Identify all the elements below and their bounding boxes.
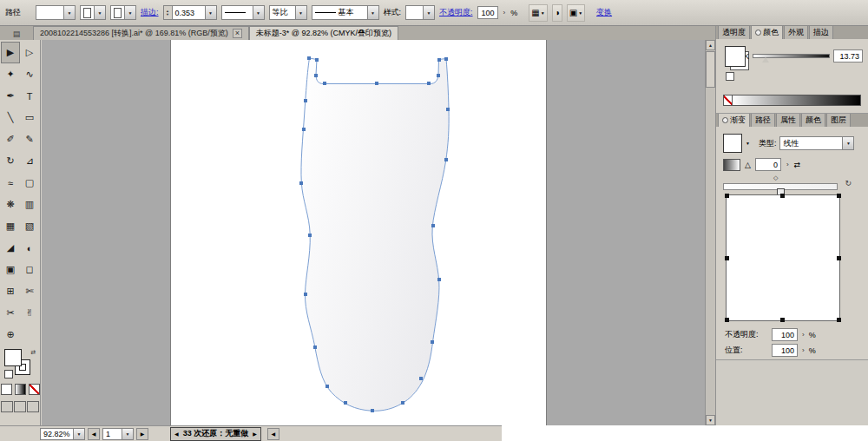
opacity-step-icon[interactable]: ›	[503, 9, 507, 16]
line-segment-tool[interactable]: ╲	[1, 107, 20, 128]
fill-swatch-button[interactable]: ▼	[80, 5, 106, 20]
preview-handle[interactable]	[837, 256, 841, 260]
none-swatch[interactable]	[723, 95, 733, 106]
anchor-point[interactable]	[323, 82, 326, 85]
tab-color[interactable]: 颜色	[751, 25, 783, 39]
graphic-style-combo[interactable]: ▼	[405, 5, 435, 20]
prev-icon[interactable]: ◀	[174, 431, 179, 437]
vector-path[interactable]	[301, 58, 449, 411]
scroll-down-icon[interactable]: ▼	[706, 415, 715, 425]
chevron-down-icon[interactable]: ▼	[295, 6, 306, 19]
tab-transparency[interactable]: 透明度	[718, 25, 750, 39]
chevron-down-icon[interactable]: ▼	[63, 6, 75, 19]
chevron-down-icon[interactable]: ▼	[94, 6, 105, 19]
chevron-down-icon[interactable]: ▼	[122, 429, 133, 439]
chevron-down-icon[interactable]: ▼	[423, 6, 434, 19]
stroke-weight-input[interactable]: ▲▼ 0.353 ▼	[163, 5, 217, 20]
hand-tool[interactable]: ✌	[20, 302, 39, 324]
pen-tool[interactable]: ✒	[1, 85, 20, 107]
stroke-swatch-button[interactable]: ▼	[110, 5, 136, 20]
slice-tool[interactable]: ✄	[20, 280, 39, 302]
recolor-artwork-button[interactable]: ▦ ▼	[529, 4, 547, 22]
selection-tool[interactable]: ▶	[1, 42, 20, 63]
scroll-left-icon[interactable]: ◀	[267, 428, 279, 440]
next-icon[interactable]: ▶	[253, 431, 257, 437]
tab-color-2[interactable]: 颜色	[801, 113, 825, 127]
anchor-point[interactable]	[304, 99, 307, 102]
anchor-point[interactable]	[371, 409, 374, 412]
paintbrush-tool[interactable]: ✐	[1, 128, 20, 150]
anchor-point[interactable]	[344, 401, 347, 405]
gradient-slider[interactable]: ◇ ↻	[723, 177, 852, 191]
live-paint-selection-tool[interactable]: ◻	[20, 259, 39, 280]
anchor-point[interactable]	[313, 346, 317, 349]
screen-mode-menubar-button[interactable]	[14, 401, 26, 412]
blend-tool[interactable]: ◐	[20, 237, 39, 259]
anchor-point[interactable]	[315, 58, 319, 62]
swap-fill-stroke-icon[interactable]: ⇄	[30, 349, 36, 356]
document-tab-1[interactable]: 2008102214553286 [转换].ai* @ 169.81% (RGB…	[33, 26, 249, 40]
preview-handle[interactable]	[725, 318, 729, 322]
stroke-weight-spinner[interactable]: ▲▼	[164, 6, 173, 19]
chevron-down-icon[interactable]: ▼	[367, 6, 378, 19]
anchor-point[interactable]	[304, 293, 307, 296]
k-slider-handle[interactable]	[762, 57, 769, 63]
position-step-icon[interactable]: ›	[801, 346, 806, 354]
tab-stroke[interactable]: 描边	[809, 25, 833, 39]
gradient-midpoint-icon[interactable]: ◇	[773, 174, 778, 181]
grayscale-ramp[interactable]	[733, 95, 861, 106]
chevron-down-icon[interactable]: ▼	[253, 6, 264, 19]
previous-page-button[interactable]: ◀	[88, 428, 100, 440]
mini-swatch[interactable]	[726, 72, 734, 81]
warp-tool[interactable]: ≈	[1, 172, 20, 194]
eyedropper-tool[interactable]: ◢	[1, 237, 20, 259]
tab-gradient[interactable]: 渐变	[718, 113, 750, 127]
anchor-point[interactable]	[308, 234, 312, 237]
uniform-profile-combo[interactable]: 等比 ▼	[269, 5, 307, 20]
fill-proxy-swatch[interactable]	[725, 46, 746, 67]
live-paint-bucket-tool[interactable]: ▣	[1, 259, 20, 280]
screen-mode-full-button[interactable]	[27, 401, 39, 412]
document-setup-button[interactable]: ▣ ▼	[567, 4, 585, 22]
preview-handle[interactable]	[837, 318, 841, 322]
anchor-point[interactable]	[302, 128, 306, 131]
opacity-step-icon[interactable]: ›	[801, 331, 806, 339]
rectangle-tool[interactable]: ▭	[20, 107, 39, 128]
gradient-swatch[interactable]	[723, 134, 742, 153]
none-mode-button[interactable]	[29, 384, 40, 395]
crop-area-tool[interactable]: ⊞	[1, 280, 20, 302]
tab-attributes[interactable]: 属性	[776, 113, 800, 127]
undo-status-box[interactable]: ◀ 33 次还原：无重做 ▶	[170, 427, 261, 441]
preview-handle[interactable]	[780, 318, 785, 322]
chevron-down-icon[interactable]: ▼	[746, 141, 750, 146]
gradient-opacity-input[interactable]: 100	[772, 328, 798, 341]
anchor-point[interactable]	[419, 377, 423, 380]
anchor-point[interactable]	[299, 181, 303, 185]
scrollbar-thumb[interactable]	[706, 51, 715, 88]
document-tab-2[interactable]: 未标题-3* @ 92.82% (CMYK/叠印预览)	[249, 26, 398, 40]
transform-panel-link[interactable]: 变换	[596, 7, 612, 18]
anchor-point[interactable]	[431, 224, 435, 227]
preview-handle[interactable]	[725, 256, 729, 260]
anchor-point[interactable]	[307, 56, 311, 60]
gradient-preview[interactable]	[726, 194, 840, 321]
anchor-point[interactable]	[427, 82, 431, 85]
chevron-down-icon[interactable]: ▼	[124, 6, 135, 19]
gradient-mode-button[interactable]	[15, 384, 26, 395]
color-mode-button[interactable]	[1, 384, 12, 395]
tab-appearance[interactable]: 外观	[784, 25, 808, 39]
preview-handle[interactable]	[780, 194, 785, 198]
fill-swatch[interactable]	[4, 349, 22, 366]
anchor-point[interactable]	[444, 158, 448, 161]
pencil-tool[interactable]: ✎	[20, 128, 39, 150]
opacity-mask-button[interactable]: ◑	[552, 4, 562, 22]
mesh-tool[interactable]: ▦	[1, 215, 20, 237]
zoom-tool[interactable]: ⊕	[1, 324, 20, 346]
vertical-scrollbar[interactable]: ▲ ▼	[705, 40, 715, 425]
opacity-panel-link[interactable]: 不透明度:	[439, 7, 473, 18]
close-icon[interactable]: ×	[233, 29, 242, 38]
gradient-fill-icon[interactable]	[723, 159, 740, 171]
anchor-point[interactable]	[437, 74, 440, 77]
lasso-tool[interactable]: ∿	[20, 63, 39, 85]
chevron-down-icon[interactable]: ▼	[205, 6, 216, 19]
